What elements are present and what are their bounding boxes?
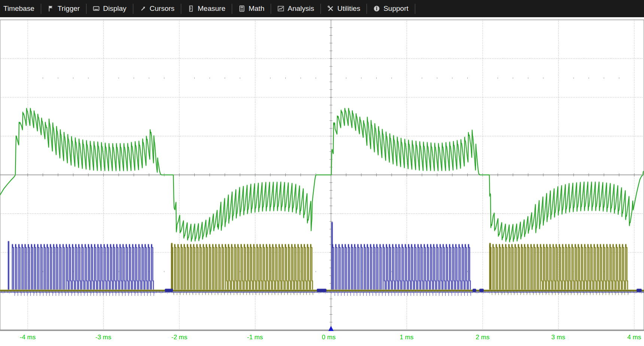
grid	[0, 17, 644, 346]
menu-item-cursors[interactable]: Cursors	[133, 0, 181, 17]
menu-item-label: Cursors	[150, 4, 175, 13]
menu-item-label: Support	[383, 4, 408, 13]
time-axis-label: 0 ms	[322, 334, 336, 341]
blue-noise-blob	[479, 289, 484, 292]
time-axis-label: 1 ms	[400, 334, 414, 341]
menu-item-label: Utilities	[337, 4, 360, 13]
time-axis-label: -1 ms	[247, 334, 263, 341]
menu-item-label: Trigger	[58, 4, 80, 13]
menu-item-support[interactable]: Support	[367, 0, 415, 17]
trigger-flag-icon	[48, 5, 54, 12]
menu-item-label: Math	[249, 4, 264, 13]
waveform-display[interactable]: -4 ms-3 ms-2 ms-1 ms0 ms1 ms2 ms3 ms4 ms	[0, 0, 644, 346]
menu-item-trigger[interactable]: Trigger	[41, 0, 86, 17]
ruler-icon	[188, 5, 194, 12]
blue-noise-blob	[317, 289, 326, 292]
oscilloscope-app: TimebaseTriggerDisplayCursorsMeasureMath…	[0, 0, 644, 346]
menu-item-display[interactable]: Display	[86, 0, 133, 17]
menu-bar: TimebaseTriggerDisplayCursorsMeasureMath…	[0, 0, 644, 17]
tools-icon	[327, 5, 334, 12]
info-icon	[373, 5, 380, 12]
time-axis-label: -4 ms	[20, 334, 36, 341]
calculator-icon	[239, 5, 245, 12]
menu-item-math[interactable]: Math	[232, 0, 271, 17]
time-axis-label: -2 ms	[171, 334, 188, 341]
menu-item-timebase[interactable]: Timebase	[0, 0, 41, 17]
menu-item-label: Display	[103, 4, 126, 13]
menu-item-utilities[interactable]: Utilities	[321, 0, 367, 17]
menu-item-measure[interactable]: Measure	[181, 0, 232, 17]
time-axis-label: 3 ms	[552, 334, 565, 341]
blue-noise-blob	[165, 289, 173, 292]
analysis-chart-icon	[277, 5, 284, 12]
menu-item-label: Analysis	[288, 4, 314, 13]
cursor-arrow-icon	[140, 5, 146, 12]
menu-item-label: Measure	[198, 4, 225, 13]
display-monitor-icon	[93, 5, 100, 12]
menu-item-label: Timebase	[3, 4, 34, 13]
menu-item-analysis[interactable]: Analysis	[271, 0, 321, 17]
blue-noise-blob	[473, 289, 476, 292]
time-axis-label: -3 ms	[95, 334, 112, 341]
blue-noise-blob	[637, 289, 642, 292]
time-axis-label: 2 ms	[476, 334, 490, 341]
time-axis-label: 4 ms	[628, 334, 641, 341]
menu-separator	[415, 4, 415, 14]
